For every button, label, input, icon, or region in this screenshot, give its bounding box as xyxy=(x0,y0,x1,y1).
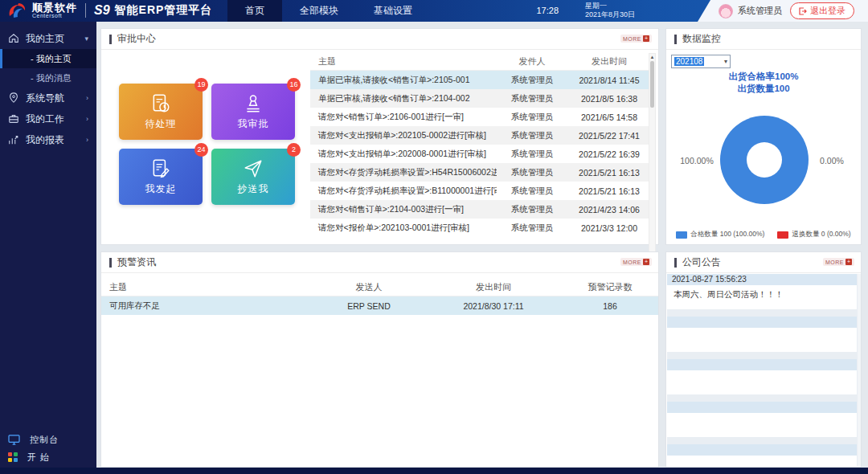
plus-icon: + xyxy=(845,259,852,265)
row-time: 2021/5/22 16:39 xyxy=(567,149,651,159)
approval-tiles: 19 待处理 16 我审批 24 xyxy=(119,84,295,205)
row-subject: 请您对<支出报销单>:202008-0001进行[审核] xyxy=(310,149,497,160)
user-avatar[interactable] xyxy=(719,4,733,18)
ship-qty-text: 出货数量100 xyxy=(666,83,861,95)
row-sender: 系统管理员 xyxy=(497,204,567,215)
approval-row[interactable]: 请您对<存货浮动耗损率设置>:H54R15006002进行[审核] 系统管理员 … xyxy=(310,163,651,182)
announcement-text xyxy=(667,413,857,437)
more-button[interactable]: MORE + xyxy=(620,35,652,43)
s9-logo: S9 xyxy=(94,3,110,18)
tab-basic-settings[interactable]: 基础设置 xyxy=(356,0,430,22)
plus-icon: + xyxy=(643,259,649,265)
announcement-time xyxy=(667,444,857,456)
alerts-rows: 可用库存不足 ERP SEND 2021/8/30 17:11 186 xyxy=(101,296,658,315)
row-time: 2021/6/5 14:58 xyxy=(567,112,651,122)
announcement-text xyxy=(667,370,857,394)
announcement-item[interactable] xyxy=(667,359,857,394)
data-monitor-header: 数据监控 xyxy=(666,29,861,50)
approval-row[interactable]: 请您对<销售订单>:2106-001进行[一审] 系统管理员 2021/6/5 … xyxy=(310,108,651,126)
sidebar-item-my-work[interactable]: 我的工作 › xyxy=(0,108,96,129)
announcements-panel: 公司公告 MORE + 2021-08-27 15:56:23 本周六、周日公司… xyxy=(665,251,862,468)
row-time: 2021/4/23 14:06 xyxy=(567,205,651,215)
announcement-item[interactable]: 2021-08-27 15:56:23 本周六、周日公司活动！！！ xyxy=(667,274,857,309)
approval-scrollbar[interactable]: ▲ ▼ xyxy=(649,53,656,265)
sidebar-subitem-my-messages[interactable]: - 我的消息 xyxy=(0,68,96,88)
period-value: 202108 xyxy=(674,57,704,66)
announcements-header: 公司公告 MORE + xyxy=(666,252,861,273)
sidebar-item-my-home[interactable]: 我的主页 ▾ xyxy=(0,28,96,49)
erp-dashboard: 顺景软件 Centersoft S9 智能ERP管理平台 首页 全部模块 基础设… xyxy=(0,0,868,474)
announcement-time xyxy=(667,359,857,370)
tile-cc-to-me[interactable]: 2 抄送我 xyxy=(211,149,295,205)
alerts-table-header: 主题 发送人 发出时间 预警记录数 xyxy=(101,278,658,296)
col-subject: 主题 xyxy=(101,281,313,293)
tab-all-modules[interactable]: 全部模块 xyxy=(282,0,356,22)
row-subject: 可用库存不足 xyxy=(101,300,313,312)
console-button[interactable]: 控制台 xyxy=(0,431,96,448)
tile-my-approvals[interactable]: 16 我审批 xyxy=(211,84,295,140)
document-clock-icon xyxy=(150,93,171,114)
approval-row[interactable]: 请您对<存货浮动耗损率设置>:B11000001进行[审核] 系统管理员 202… xyxy=(310,182,651,200)
approval-table-header: 主题 发件人 发出时间 xyxy=(310,53,651,71)
row-sender: 系统管理员 xyxy=(497,75,567,86)
scroll-up-icon[interactable]: ▲ xyxy=(649,55,655,59)
approval-center-panel: 审批中心 MORE + 19 待处理 16 xyxy=(100,28,659,245)
weekday: 星期一 xyxy=(585,2,635,10)
col-sent-time: 发出时间 xyxy=(425,281,562,293)
count-badge: 24 xyxy=(194,143,208,157)
panel-title: 公司公告 xyxy=(682,255,721,269)
logo: 顺景软件 Centersoft S9 智能ERP管理平台 xyxy=(6,2,212,19)
clock: 17:28 xyxy=(536,6,559,15)
plus-icon: + xyxy=(643,35,649,42)
approval-row[interactable]: 单据已审核,请接收<销售订单>:2104-002 系统管理员 2021/8/5 … xyxy=(310,89,651,108)
start-button[interactable]: 开 始 xyxy=(0,448,96,466)
chevron-right-icon: › xyxy=(86,136,88,144)
tab-home[interactable]: 首页 xyxy=(227,0,282,22)
announcement-text xyxy=(667,456,857,466)
announcements-scrollbar[interactable] xyxy=(858,274,861,466)
row-time: 2021/5/21 16:13 xyxy=(567,186,651,196)
row-sender: ERP SEND xyxy=(313,301,425,311)
donut-right-label: 0.00% xyxy=(811,156,853,165)
panel-title: 审批中心 xyxy=(117,32,156,46)
tile-my-initiated[interactable]: 24 我发起 xyxy=(119,149,203,205)
approval-row[interactable]: 请您对<支出报销单>:202105-0002进行[审核] 系统管理员 2021/… xyxy=(310,126,651,145)
tile-pending[interactable]: 19 待处理 xyxy=(119,84,203,140)
row-subject: 请您对<销售订单>:2104-003进行[一审] xyxy=(310,204,497,215)
row-sender: 系统管理员 xyxy=(497,112,567,123)
approval-row[interactable]: 请您对<支出报销单>:202008-0001进行[审核] 系统管理员 2021/… xyxy=(310,145,651,163)
approval-row[interactable]: 单据已审核,请接收<销售订单>:2105-001 系统管理员 2021/8/14… xyxy=(310,71,651,89)
announcement-item[interactable] xyxy=(667,402,857,437)
logo-text-cn: 顺景软件 xyxy=(32,3,77,13)
sidebar-bottom: 控制台 开 始 xyxy=(0,431,96,466)
row-subject: 单据已审核,请接收<销售订单>:2104-002 xyxy=(310,93,497,104)
approval-row[interactable]: 请您对<报价单>:202103-0001进行[审核] 系统管理员 2021/3/… xyxy=(310,219,651,237)
scroll-thumb[interactable] xyxy=(650,61,654,108)
alerts-header: 预警资讯 MORE + xyxy=(101,252,658,273)
announcement-item[interactable] xyxy=(667,444,857,466)
sidebar-item-system-nav[interactable]: 系统导航 › xyxy=(0,88,96,108)
app-title: 智能ERP管理平台 xyxy=(115,3,213,18)
briefcase-icon xyxy=(8,113,19,125)
data-monitor-panel: 数据监控 202108 ▾ 出货合格率100% 出货数量100 100.00% … xyxy=(665,28,862,245)
document-pen-icon xyxy=(150,158,171,179)
announcement-time xyxy=(667,402,857,413)
sidebar-item-my-reports[interactable]: 我的报表 › xyxy=(0,129,96,150)
bottom-bar xyxy=(0,468,868,474)
main-nav: 首页 全部模块 基础设置 xyxy=(227,0,430,22)
announcement-text xyxy=(667,328,857,352)
alert-row[interactable]: 可用库存不足 ERP SEND 2021/8/30 17:11 186 xyxy=(101,296,658,315)
announcement-item[interactable] xyxy=(667,317,857,352)
row-subject: 单据已审核,请接收<销售订单>:2105-001 xyxy=(310,75,497,86)
announcement-text: 本周六、周日公司活动！！！ xyxy=(667,285,857,309)
sidebar-subitem-my-home[interactable]: - 我的主页 xyxy=(0,49,96,68)
approval-row[interactable]: 请您对<销售订单>:2104-003进行[一审] 系统管理员 2021/4/23… xyxy=(310,200,651,219)
row-subject: 请您对<存货浮动耗损率设置>:H54R15006002进行[审核] xyxy=(310,167,497,178)
logout-button[interactable]: 退出登录 xyxy=(790,2,854,19)
more-button[interactable]: MORE + xyxy=(620,258,652,266)
legend-swatch-blue xyxy=(676,231,687,239)
date: 2021年8月30日 xyxy=(585,10,635,19)
period-select[interactable]: 202108 ▾ xyxy=(671,55,731,68)
approval-table: 主题 发件人 发出时间 单据已审核,请接收<销售订单>:2105-001 系统管… xyxy=(310,53,651,237)
more-button[interactable]: MORE + xyxy=(823,258,854,266)
